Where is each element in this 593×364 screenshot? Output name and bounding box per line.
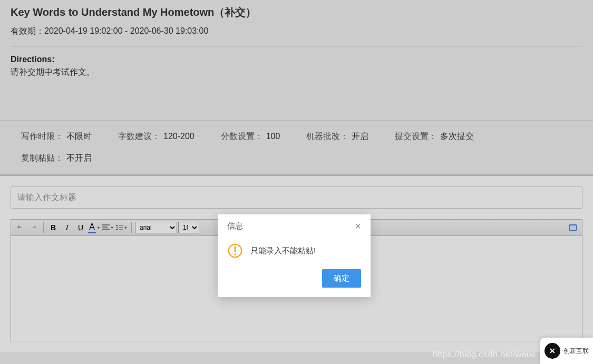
modal-header: 信息 × <box>218 214 371 238</box>
warning-icon <box>227 243 243 259</box>
modal-overlay: 信息 × 只能录入不能粘贴! 确定 <box>0 0 593 364</box>
watermark-text: https://blog.csdn.net/weixi <box>432 349 535 360</box>
logo-text: 创新互联 <box>563 347 589 356</box>
modal-footer: 确定 <box>218 269 371 297</box>
modal-title: 信息 <box>227 221 243 231</box>
logo-icon: ✕ <box>545 343 560 359</box>
corner-logo: ✕ 创新互联 <box>540 338 593 364</box>
modal-message: 只能录入不能粘贴! <box>250 246 316 256</box>
confirm-button[interactable]: 确定 <box>322 269 361 288</box>
modal-body: 只能录入不能粘贴! <box>218 238 371 269</box>
svg-point-10 <box>234 253 236 255</box>
close-button[interactable]: × <box>355 221 361 231</box>
info-modal: 信息 × 只能录入不能粘贴! 确定 <box>218 214 371 297</box>
close-icon: × <box>355 220 361 232</box>
